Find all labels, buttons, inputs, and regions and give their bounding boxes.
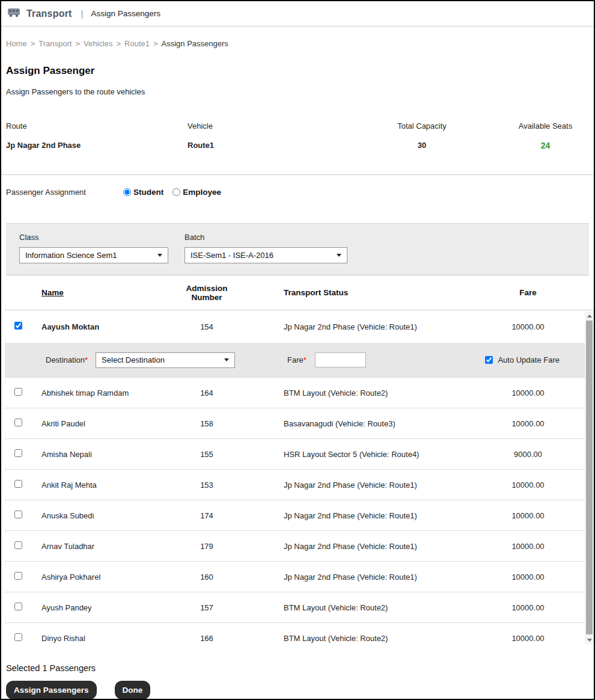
- breadcrumb-link[interactable]: Vehicles: [84, 39, 112, 48]
- breadcrumb-links: Home>Transport>Vehicles>Route1>: [6, 39, 162, 48]
- breadcrumb-link[interactable]: Home: [6, 39, 27, 48]
- auto-update-checkbox[interactable]: [485, 356, 493, 364]
- destination-select[interactable]: Select Destination: [96, 352, 235, 368]
- breadcrumb-link[interactable]: Route1: [124, 39, 150, 48]
- passenger-row: Ashirya Pokharel 160 Jp Nagar 2nd Phase …: [5, 562, 585, 592]
- breadcrumb-separator: >: [116, 39, 121, 48]
- bus-icon: [7, 8, 20, 20]
- transport-status: Jp Nagar 2nd Phase (Vehicle: Route1): [237, 511, 471, 520]
- fare-label: Fare*: [287, 355, 307, 364]
- passenger-row: Ayush Pandey 157 BTM Layout (Vehicle: Ro…: [5, 592, 585, 623]
- radio-button[interactable]: [172, 188, 180, 196]
- fare-value: 9000.00: [471, 450, 585, 459]
- assignment-radio-student[interactable]: Student: [123, 188, 163, 197]
- passenger-row: Ankit Raj Mehta 153 Jp Nagar 2nd Phase (…: [5, 470, 585, 500]
- breadcrumb-separator: >: [31, 39, 35, 48]
- passenger-name: Aayush Moktan: [41, 322, 177, 331]
- filter-panel: Class Information Science Sem1 Batch ISE…: [6, 223, 589, 275]
- breadcrumb-separator: >: [75, 39, 80, 48]
- admission-number: 155: [177, 450, 237, 459]
- row-select-checkbox[interactable]: [14, 419, 22, 426]
- route-info-label: Total Capacity: [342, 121, 502, 130]
- scrollbar-thumb[interactable]: [586, 321, 593, 634]
- admission-number: 157: [177, 603, 237, 612]
- passenger-name: Dinyo Rishal: [41, 634, 177, 643]
- passenger-row: Akriti Paudel 158 Basavanagudi (Vehicle:…: [5, 408, 585, 439]
- admission-number: 160: [177, 573, 237, 582]
- passenger-row: Amisha Nepali 155 HSR Layout Sector 5 (V…: [5, 439, 585, 470]
- class-select[interactable]: Information Science Sem1: [19, 247, 168, 263]
- admission-number: 174: [177, 511, 237, 520]
- destination-select-value: Select Destination: [102, 355, 165, 364]
- auto-update-label: Auto Update Fare: [498, 355, 560, 364]
- chevron-down-icon: [157, 254, 162, 257]
- fare-value: 10000.00: [471, 542, 585, 551]
- admission-number: 164: [177, 388, 237, 398]
- fare-value: 10000.00: [471, 419, 585, 428]
- row-select-checkbox[interactable]: [14, 511, 22, 518]
- row-select-checkbox[interactable]: [14, 449, 22, 457]
- passenger-name: Arnav Tuladhar: [41, 542, 177, 551]
- passenger-row: Aayush Moktan 154 Jp Nagar 2nd Phase (Ve…: [5, 310, 585, 343]
- row-select-checkbox[interactable]: [14, 322, 22, 330]
- assignment-radio-employee[interactable]: Employee: [172, 188, 221, 197]
- passenger-row: Anuska Subedi 174 Jp Nagar 2nd Phase (Ve…: [5, 500, 585, 531]
- row-select-checkbox[interactable]: [14, 480, 22, 488]
- passenger-name: Ankit Raj Mehta: [41, 480, 177, 490]
- breadcrumb-separator: >: [153, 39, 158, 48]
- assign-passengers-page: Transport | Assign Passengers Home>Trans…: [0, 0, 595, 700]
- row-select-checkbox[interactable]: [14, 603, 22, 610]
- transport-status: Basavanagudi (Vehicle: Route3): [237, 419, 471, 428]
- table-header-row: Name Admission Number Transport Status F…: [5, 275, 594, 310]
- breadcrumb: Home>Transport>Vehicles>Route1>Assign Pa…: [6, 39, 589, 48]
- destination-fare-editor-row: Destination* Select Destination Fare* Au…: [5, 343, 585, 378]
- column-header-admission: Admission Number: [177, 284, 237, 302]
- transport-status: Jp Nagar 2nd Phase (Vehicle: Route1): [237, 542, 471, 551]
- assignment-type-radios: StudentEmployee: [123, 188, 221, 197]
- fare-value: 10000.00: [471, 511, 585, 520]
- passenger-name: Amisha Nepali: [41, 450, 177, 459]
- passenger-name: Anuska Subedi: [41, 511, 177, 520]
- row-select-checkbox[interactable]: [14, 572, 22, 580]
- row-select-checkbox[interactable]: [14, 388, 22, 396]
- table-scrollbar[interactable]: [585, 312, 594, 644]
- page-subtitle: Assign Passengers to the route vehicles: [6, 87, 589, 96]
- column-header-fare: Fare: [471, 288, 585, 297]
- column-header-name[interactable]: Name: [41, 288, 177, 297]
- auto-update-fare-group: Auto Update Fare: [485, 355, 560, 364]
- assign-passengers-button[interactable]: Assign Passengers: [6, 681, 97, 699]
- row-select-checkbox[interactable]: [14, 633, 22, 641]
- passenger-name: Ayush Pandey: [41, 603, 177, 612]
- top-bar: Transport | Assign Passengers: [1, 1, 594, 26]
- required-asterisk: *: [304, 355, 307, 364]
- row-select-checkbox[interactable]: [14, 541, 22, 549]
- chevron-down-icon: [224, 358, 229, 361]
- scroll-up-arrow-icon[interactable]: [585, 312, 594, 320]
- breadcrumb-link[interactable]: Transport: [38, 39, 72, 48]
- transport-status: Jp Nagar 2nd Phase (Vehicle: Route1): [237, 573, 471, 582]
- scroll-down-arrow-icon[interactable]: [585, 636, 594, 644]
- chevron-down-icon: [337, 254, 341, 257]
- page-title: Assign Passenger: [6, 65, 589, 77]
- transport-status: BTM Layout (Vehicle: Route2): [237, 603, 471, 612]
- class-label: Class: [19, 233, 185, 242]
- route-info-label: Available Seats: [502, 121, 589, 130]
- radio-button[interactable]: [123, 188, 131, 196]
- transport-status: Jp Nagar 2nd Phase (Vehicle: Route1): [237, 322, 471, 331]
- admission-number: 179: [177, 542, 237, 551]
- route-info-values: Jp Nagar 2nd PhaseRoute13024: [6, 141, 589, 150]
- fare-input[interactable]: [315, 352, 366, 367]
- done-button[interactable]: Done: [115, 681, 151, 699]
- fare-value: 10000.00: [471, 322, 585, 331]
- radio-label: Student: [133, 188, 163, 197]
- transport-status: HSR Layout Sector 5 (Vehicle: Route4): [237, 450, 471, 459]
- batch-select[interactable]: ISE-Sem1 - ISE-A-2016: [185, 247, 347, 263]
- passenger-table: Name Admission Number Transport Status F…: [5, 275, 594, 644]
- fare-value: 10000.00: [471, 573, 585, 582]
- passenger-name: Ashirya Pokharel: [41, 573, 177, 582]
- passenger-row: Abhishek timap Ramdam 164 BTM Layout (Ve…: [5, 378, 585, 408]
- destination-label: Destination*: [46, 355, 88, 364]
- radio-label: Employee: [183, 188, 221, 197]
- fare-value: 10000.00: [471, 388, 585, 398]
- fare-value: 10000.00: [471, 603, 585, 612]
